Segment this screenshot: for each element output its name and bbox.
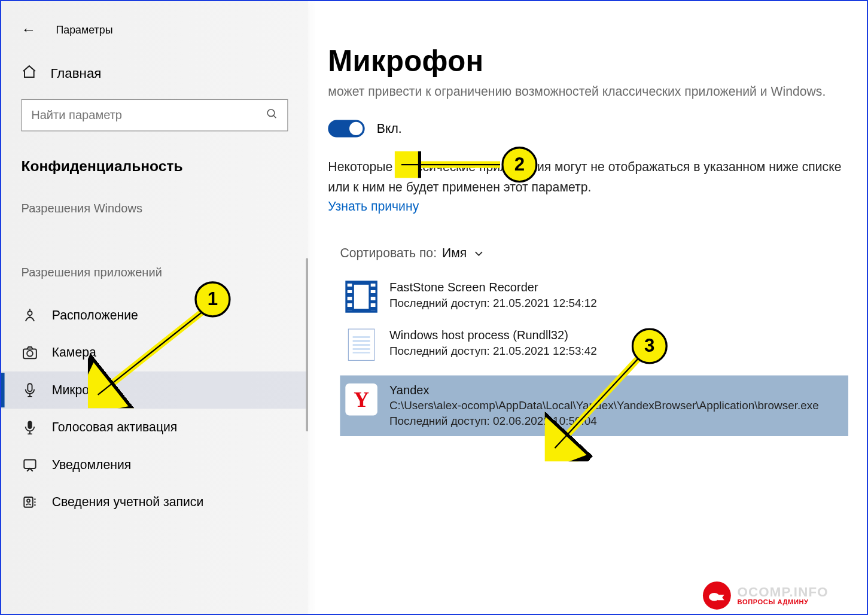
sort-dropdown[interactable]: Имя [442,246,483,261]
app-name: FastStone Screen Recorder [389,281,597,295]
toggle-state-label: Вкл. [377,121,402,136]
svg-point-1 [28,311,32,315]
app-icon-yandex: Y [345,383,377,416]
watermark-badge-icon [703,581,731,610]
learn-why-link[interactable]: Узнать причину [328,200,848,215]
watermark-sub: ВОПРОСЫ АДМИНУ [738,599,829,606]
back-button[interactable]: ← [21,21,36,38]
svg-rect-6 [24,459,35,468]
search-icon [266,108,278,123]
annotation-balloon-1: 1 [194,281,230,317]
sort-label: Сортировать по: [340,246,437,261]
notifications-icon [21,456,38,473]
svg-line-10 [98,305,212,395]
watermark: OCOMP.INFO ВОПРОСЫ АДМИНУ [703,581,829,610]
nav-voice-label: Голосовая активация [52,420,178,435]
search-input[interactable] [21,99,288,132]
svg-rect-5 [28,421,32,429]
main-panel: Микрофон может привести к ограничению во… [321,1,868,615]
watermark-main: OCOMP.INFO [738,585,829,599]
nav-home[interactable]: Главная [1,52,308,99]
camera-icon [21,344,38,361]
annotation-balloon-2: 2 [501,147,537,182]
svg-rect-4 [28,383,32,391]
window-title: Параметры [56,24,112,36]
microphone-access-toggle[interactable] [328,120,364,138]
svg-point-0 [267,109,275,117]
nav-home-label: Главная [51,66,102,81]
group-windows-permissions: Разрешения Windows [1,195,308,232]
svg-point-3 [27,351,33,357]
app-icon-document [345,329,377,361]
voice-icon [21,419,38,436]
nav-notifications[interactable]: Уведомления [1,446,308,483]
location-icon [21,307,38,324]
chevron-down-icon [474,246,484,261]
nav-notifications-label: Уведомления [52,458,131,473]
sidebar-scrollbar[interactable] [306,258,308,431]
nav-account-label: Сведения учетной записи [52,495,204,510]
app-icon-video [345,281,377,313]
app-row-faststone[interactable]: FastStone Screen Recorder Последний дост… [340,273,848,321]
app-last-access: Последний доступ: 21.05.2021 12:54:12 [389,297,597,310]
sidebar-category: Конфиденциальность [1,151,308,196]
annotation-arrow-2 [395,151,508,178]
annotation-balloon-3: 3 [632,328,668,364]
account-icon [21,494,38,511]
page-title: Микрофон [328,44,848,78]
home-icon [21,64,37,83]
svg-point-8 [27,500,30,503]
search-field[interactable] [31,108,266,122]
intro-text-cutoff: может привести к ограничению возможносте… [328,82,848,102]
nav-account-info[interactable]: Сведения учетной записи [1,483,308,520]
group-app-permissions: Разрешения приложений [1,233,308,297]
microphone-icon [21,382,38,399]
svg-line-14 [555,351,645,448]
nav-voice-activation[interactable]: Голосовая активация [1,409,308,446]
